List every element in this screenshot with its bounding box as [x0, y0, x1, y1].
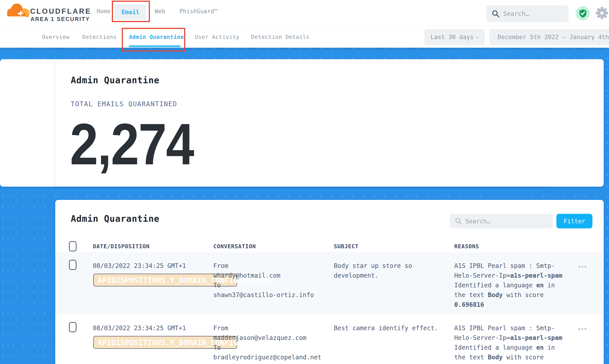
to-label: To [213, 281, 314, 290]
table-search [450, 214, 553, 228]
tab-admin-quarantine[interactable]: Admin Quarantine [129, 34, 184, 40]
row-checkbox[interactable] [69, 260, 77, 270]
reason-text: with score [503, 354, 543, 361]
metric-value: 2,274 [70, 115, 194, 173]
brand-name: CLOUDFLARE [30, 7, 91, 15]
column-header-reasons: REASONS [454, 243, 479, 250]
date-range-display[interactable]: December 5th 2022 — January 4th 2023 [489, 29, 609, 45]
metric-label: TOTAL EMAILS QUARANTINED [71, 100, 177, 108]
nav-item-email-label: Email [115, 4, 146, 20]
nav-item-email[interactable]: Email [115, 4, 146, 20]
time-range-selector[interactable]: Last 30 days▾ [424, 29, 485, 45]
global-search-input[interactable] [503, 9, 563, 18]
chevron-down-icon: ▾ [476, 35, 479, 40]
row-actions-menu[interactable] [578, 264, 591, 269]
to-address: bradleyrodriguez@copeland.net [213, 352, 321, 362]
quarantine-table-card: Admin Quarantine Filter DATE/DISPOSITION… [55, 200, 604, 364]
reason-text-bold: Body [488, 354, 503, 361]
protection-status-badge[interactable] [576, 6, 590, 20]
row-checkbox[interactable] [69, 322, 77, 332]
top-header: CLOUDFLARE AREA 1 SECURITY Home Email We… [0, 0, 609, 26]
row-date: 08/03/2022 23:34:25 GMT+1 [93, 323, 186, 333]
table-card-title: Admin Quarantine [71, 214, 159, 224]
row-subject: Best camera identify effect. [334, 323, 444, 333]
row-date: 08/03/2022 23:34:25 GMT+1 [93, 261, 186, 271]
from-label: From [213, 261, 314, 271]
tab-detections[interactable]: Detections [82, 34, 117, 40]
tab-user-activity[interactable]: User Activity [195, 34, 239, 40]
from-address: maddenjason@velazquez.com [213, 333, 321, 343]
tab-overview[interactable]: Overview [42, 34, 69, 40]
select-all-checkbox[interactable] [69, 241, 77, 251]
column-header-date: DATE/DISPOSITION [93, 243, 150, 250]
row-reasons: A1S IPBL Pearl spam : Smtp-Helo-Server-I… [454, 323, 568, 364]
cloudflare-logo-icon [5, 2, 30, 19]
nav-item-web[interactable]: Web [155, 8, 165, 14]
nav-item-home[interactable]: Home [97, 8, 110, 14]
time-range-label: Last 30 days [430, 34, 474, 40]
tab-detection-details[interactable]: Detection Details [251, 34, 310, 40]
brand-subtitle: AREA 1 SECURITY [30, 16, 90, 22]
reason-text: Identified a language [454, 282, 536, 289]
row-reasons: A1S IPBL Pearl spam : Smtp-Helo-Server-I… [454, 261, 568, 310]
global-search [486, 5, 568, 22]
summary-card-title: Admin Quarantine [71, 75, 159, 85]
from-label: From [213, 323, 321, 333]
reason-text-bold: Body [488, 291, 503, 299]
row-actions-menu[interactable] [578, 327, 591, 331]
shield-check-icon [579, 9, 587, 18]
to-address: shawn37@castillo-ortiz.info [213, 290, 314, 300]
reason-text: with score [503, 291, 543, 299]
reason-text-bold: a1s-pearl-spam [510, 272, 562, 279]
column-header-conversation: CONVERSATION [213, 243, 256, 250]
reason-text: Identified a language [454, 344, 536, 351]
table-search-input[interactable] [465, 217, 545, 225]
email-subnav: Overview Detections Admin Quarantine Use… [0, 26, 609, 48]
reason-text-bold: en [536, 282, 544, 289]
from-address: whardy@hotmail.com [213, 271, 314, 281]
row-subject: Body star up store so development. [334, 261, 444, 281]
row-conversation: From whardy@hotmail.com To shawn37@casti… [213, 261, 314, 300]
nav-item-phishguard[interactable]: PhishGuard™ [179, 8, 217, 14]
column-header-subject: SUBJECT [334, 243, 359, 250]
reason-text-bold: a1s-pearl-spam [510, 334, 562, 341]
to-label: To [213, 343, 321, 352]
search-icon [492, 10, 500, 18]
summary-card: Admin Quarantine TOTAL EMAILS QUARANTINE… [55, 59, 604, 187]
reason-text-bold: en [536, 344, 544, 351]
gear-icon[interactable] [595, 6, 609, 20]
search-icon [455, 218, 462, 225]
filter-button[interactable]: Filter [556, 214, 592, 228]
active-tab-indicator [129, 45, 180, 47]
reason-text-bold: 0.696816 [454, 301, 484, 308]
row-conversation: From maddenjason@velazquez.com To bradle… [213, 323, 321, 362]
